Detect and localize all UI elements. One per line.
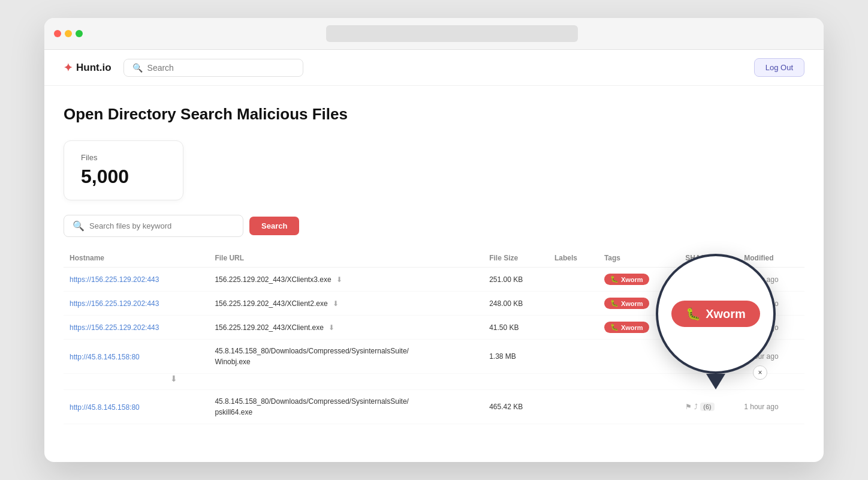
bug-icon: 🐛 [686, 307, 701, 321]
maximize-traffic-light[interactable] [76, 30, 83, 37]
sha-icons: ⚑ ⤴ (6) [685, 403, 732, 411]
share-icon: ⤴ [694, 403, 698, 411]
main-content: Open Directory Search Malicious Files Fi… [44, 86, 824, 436]
hostname-link[interactable]: https://156.225.129.202:443 [70, 323, 159, 332]
file-size-cell: 251.00 KB [483, 268, 548, 292]
file-search-input[interactable] [89, 221, 234, 230]
col-labels: Labels [548, 249, 598, 268]
browser-chrome [44, 18, 824, 50]
traffic-lights [54, 30, 83, 37]
modified-cell: 1 hour ago [738, 390, 804, 424]
sha-count: (6) [700, 403, 714, 411]
hostname-link[interactable]: http://45.8.145.158:80 [70, 403, 140, 412]
tag-badge[interactable]: 🐛 Xworm [604, 274, 649, 285]
flag-icon: ⚑ [685, 403, 692, 411]
table-row: http://45.8.145.158:8045.8.145.158_80/Do… [64, 390, 804, 424]
logout-button[interactable]: Log Out [754, 58, 804, 77]
hostname-link[interactable]: https://156.225.129.202:443 [70, 299, 159, 308]
nav-search-bar[interactable]: 🔍 [123, 59, 303, 77]
bug-icon: 🐛 [610, 299, 619, 307]
download-icon[interactable]: ⬇ [333, 299, 339, 308]
search-button[interactable]: Search [249, 217, 299, 235]
browser-window: ✦ Hunt.io 🔍 Log Out Open Directory Searc… [44, 18, 824, 462]
col-file-size: File Size [483, 249, 548, 268]
file-size-cell: 248.00 KB [483, 292, 548, 316]
hostname-cell: http://45.8.145.158:80 [64, 390, 209, 424]
hostname-cell: http://45.8.145.158:80 [64, 340, 209, 374]
tooltip-tag-label: Xworm [706, 307, 746, 321]
nav-search-icon: 🔍 [132, 63, 143, 73]
hostname-link[interactable]: https://156.225.129.202:443 [70, 275, 159, 284]
bug-icon: 🐛 [610, 323, 619, 331]
logo-icon: ✦ [64, 61, 73, 74]
nav-search-input[interactable] [147, 63, 294, 73]
address-bar-input[interactable] [326, 25, 578, 42]
labels-cell [548, 340, 598, 374]
col-file-url: File URL [209, 249, 483, 268]
download-icon[interactable]: ⬇ [336, 275, 342, 284]
hostname-cell: https://156.225.129.202:443 [64, 268, 209, 292]
file-size-cell: 41.50 KB [483, 316, 548, 340]
file-url-cell: 156.225.129.202_443/XClient.exe⬇ [209, 316, 483, 340]
file-url-cell: 156.225.129.202_443/XClientx3.exe⬇ [209, 268, 483, 292]
tooltip-circle: 🐛 Xworm × [656, 254, 776, 374]
download-row: ⬇ [64, 374, 804, 390]
xworm-tooltip-overlay: 🐛 Xworm × [656, 254, 776, 374]
labels-cell [548, 316, 598, 340]
file-search-row: 🔍 Search [64, 215, 804, 237]
address-bar [90, 25, 814, 42]
tag-badge[interactable]: 🐛 Xworm [604, 298, 649, 309]
page-title: Open Directory Search Malicious Files [64, 105, 804, 124]
file-url-cell: 156.225.129.202_443/XClient2.exe⬇ [209, 292, 483, 316]
stats-card: Files 5,000 [64, 140, 183, 200]
logo-text: Hunt.io [76, 62, 111, 74]
labels-cell [548, 390, 598, 424]
hostname-cell: https://156.225.129.202:443 [64, 292, 209, 316]
tooltip-close-button[interactable]: × [753, 365, 767, 380]
sha256-cell: ⚑ ⤴ (6) [679, 390, 738, 424]
tooltip-tag: 🐛 Xworm [671, 301, 760, 327]
stats-value: 5,000 [81, 166, 166, 188]
navbar: ✦ Hunt.io 🔍 Log Out [44, 50, 824, 86]
labels-cell [548, 268, 598, 292]
stats-label: Files [81, 153, 166, 162]
col-hostname: Hostname [64, 249, 209, 268]
tags-cell [598, 390, 679, 424]
file-url-cell: 45.8.145.158_80/Downloads/Compressed/Sys… [209, 390, 483, 424]
hostname-link[interactable]: http://45.8.145.158:80 [70, 353, 140, 361]
file-search-bar[interactable]: 🔍 [64, 215, 243, 237]
minimize-traffic-light[interactable] [65, 30, 72, 37]
file-search-icon: 🔍 [73, 220, 85, 232]
file-size-cell: 1.38 MB [483, 340, 548, 374]
hostname-cell: https://156.225.129.202:443 [64, 316, 209, 340]
tag-badge[interactable]: 🐛 Xworm [604, 322, 649, 333]
labels-cell [548, 292, 598, 316]
close-traffic-light[interactable] [54, 30, 61, 37]
download-icon[interactable]: ⬇ [170, 374, 177, 383]
download-icon[interactable]: ⬇ [328, 323, 334, 332]
logo: ✦ Hunt.io [64, 61, 111, 74]
file-size-cell: 465.42 KB [483, 390, 548, 424]
bug-icon: 🐛 [610, 275, 619, 283]
file-url-cell: 45.8.145.158_80/Downloads/Compressed/Sys… [209, 340, 483, 374]
